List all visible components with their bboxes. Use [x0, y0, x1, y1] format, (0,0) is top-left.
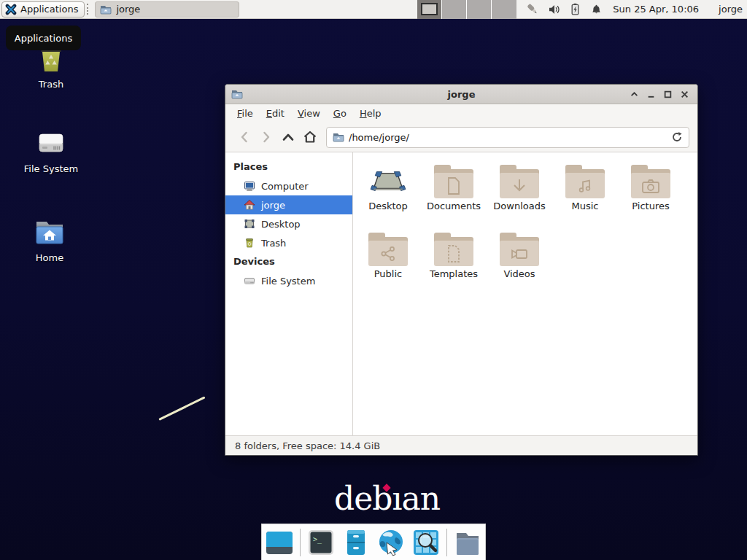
- sidebar-item-label: File System: [261, 276, 315, 287]
- taskbar-folder-icon: [100, 4, 112, 15]
- file-cabinet-button[interactable]: [341, 528, 371, 557]
- desktop-surface-icon: [369, 162, 407, 198]
- workspace-1[interactable]: [417, 0, 442, 19]
- file-item-videos[interactable]: Videos: [487, 224, 552, 292]
- dock-separator: [300, 529, 301, 556]
- file-label: Pictures: [632, 201, 669, 211]
- xfce-logo-icon: [5, 4, 17, 15]
- file-item-public[interactable]: Public: [355, 224, 421, 292]
- debian-wordmark: debıan: [334, 480, 440, 517]
- file-item-templates[interactable]: Templates: [421, 224, 487, 292]
- menubar: File Edit View Go Help: [225, 104, 697, 122]
- path-folder-icon: [333, 131, 344, 143]
- applications-tooltip: Applications: [6, 26, 81, 50]
- sidebar-item-desktop[interactable]: Desktop: [225, 214, 352, 233]
- window-titlebar[interactable]: jorge: [225, 85, 697, 104]
- hard-drive-icon: [34, 125, 69, 160]
- top-panel: Applications jorge: [0, 0, 747, 19]
- stylus-icon[interactable]: [526, 3, 539, 15]
- path-input[interactable]: [349, 132, 667, 143]
- desktop-icon-file-system[interactable]: File System: [18, 125, 85, 174]
- app-finder-button[interactable]: [411, 528, 441, 557]
- panel-user-label[interactable]: jorge: [719, 4, 743, 15]
- document-glyph-icon: [445, 176, 462, 195]
- menu-file[interactable]: File: [231, 106, 260, 121]
- minimize-button[interactable]: [646, 89, 657, 100]
- svg-text:>_: >_: [313, 535, 322, 544]
- template-page-icon: [445, 244, 462, 263]
- sidebar-item-file-system[interactable]: File System: [225, 271, 352, 290]
- web-browser-button[interactable]: [376, 528, 406, 557]
- menu-view[interactable]: View: [291, 106, 327, 121]
- menu-help[interactable]: Help: [353, 106, 388, 121]
- applications-menu-button[interactable]: Applications: [1, 1, 85, 18]
- desktop-icon-label: Trash: [39, 79, 63, 90]
- dock: >_: [261, 524, 486, 560]
- dock-separator: [446, 529, 447, 556]
- taskbar-window-button[interactable]: jorge: [95, 1, 239, 18]
- volume-icon[interactable]: [547, 3, 560, 15]
- notifications-bell-icon[interactable]: [589, 3, 603, 15]
- toolbar: [225, 122, 697, 152]
- file-item-pictures[interactable]: Pictures: [618, 156, 684, 224]
- show-desktop-button[interactable]: [265, 528, 294, 557]
- forward-button[interactable]: [255, 126, 277, 148]
- back-button[interactable]: [233, 126, 255, 148]
- home-button[interactable]: [299, 126, 321, 148]
- battery-charging-icon[interactable]: [568, 3, 581, 15]
- wordmark-text: ı: [392, 480, 401, 517]
- file-cabinet-icon: [341, 528, 371, 557]
- panel-handle: [87, 4, 92, 15]
- workspace-4[interactable]: [492, 0, 516, 19]
- file-label: Downloads: [493, 201, 545, 211]
- file-item-desktop[interactable]: Desktop: [355, 156, 421, 224]
- close-button[interactable]: [679, 89, 690, 100]
- download-arrow-icon: [511, 177, 528, 195]
- music-notes-icon: [576, 177, 594, 195]
- statusbar-text: 8 folders, Free space: 14.4 GiB: [235, 440, 380, 451]
- camera-icon: [641, 177, 660, 195]
- reload-icon[interactable]: [671, 131, 683, 143]
- file-label: Videos: [503, 268, 535, 279]
- sidebar-item-trash[interactable]: Trash: [225, 233, 352, 252]
- desktop: debıan Trash: [0, 0, 747, 560]
- workspace-3[interactable]: [467, 0, 492, 19]
- menu-go[interactable]: Go: [327, 106, 353, 121]
- home-folder-icon: [32, 214, 67, 249]
- computer-icon: [244, 180, 255, 192]
- web-browser-globe-icon: [376, 528, 406, 557]
- statusbar: 8 folders, Free space: 14.4 GiB: [225, 435, 697, 455]
- desktop-icon-home[interactable]: Home: [16, 214, 83, 263]
- app-finder-icon: [411, 528, 441, 557]
- desktop-icon-label: File System: [24, 163, 78, 174]
- file-list: Desktop Documents: [353, 152, 697, 435]
- share-nodes-icon: [379, 245, 397, 262]
- shade-button[interactable]: [629, 89, 640, 100]
- path-bar[interactable]: [326, 127, 689, 148]
- up-button[interactable]: [277, 126, 299, 148]
- file-item-downloads[interactable]: Downloads: [487, 156, 552, 224]
- terminal-button[interactable]: >_: [306, 528, 336, 557]
- folder-icon: [453, 528, 482, 557]
- file-label: Desktop: [368, 201, 408, 211]
- hard-drive-icon: [244, 275, 255, 287]
- applications-menu-label: Applications: [20, 4, 78, 15]
- sidebar: Places Computer: [225, 152, 353, 435]
- workspace-switcher: [417, 0, 516, 19]
- workspace-2[interactable]: [442, 0, 467, 19]
- sidebar-header-devices: Devices: [225, 252, 352, 271]
- maximize-button[interactable]: [662, 89, 673, 100]
- show-desktop-icon: [265, 528, 294, 557]
- panel-clock[interactable]: Sun 25 Apr, 10:06: [613, 4, 699, 15]
- file-label: Documents: [427, 201, 481, 211]
- tooltip-text: Applications: [15, 33, 72, 44]
- sidebar-item-jorge[interactable]: jorge: [225, 195, 352, 214]
- file-label: Public: [374, 268, 402, 279]
- file-label: Music: [572, 201, 599, 211]
- file-item-documents[interactable]: Documents: [421, 156, 487, 224]
- file-item-music[interactable]: Music: [552, 156, 618, 224]
- file-manager-button[interactable]: [453, 528, 482, 557]
- sidebar-item-computer[interactable]: Computer: [225, 176, 352, 195]
- desktop-icon: [244, 218, 255, 230]
- menu-edit[interactable]: Edit: [260, 106, 291, 121]
